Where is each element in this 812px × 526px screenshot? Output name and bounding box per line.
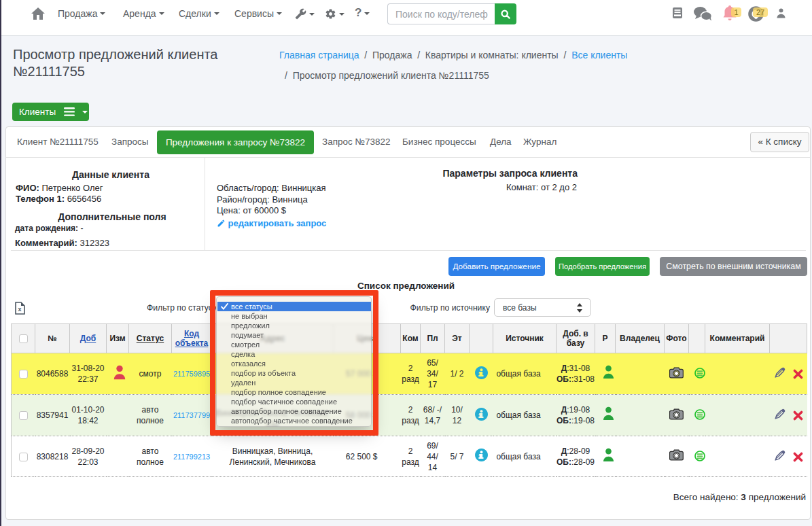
svg-text:x: x	[18, 306, 21, 313]
